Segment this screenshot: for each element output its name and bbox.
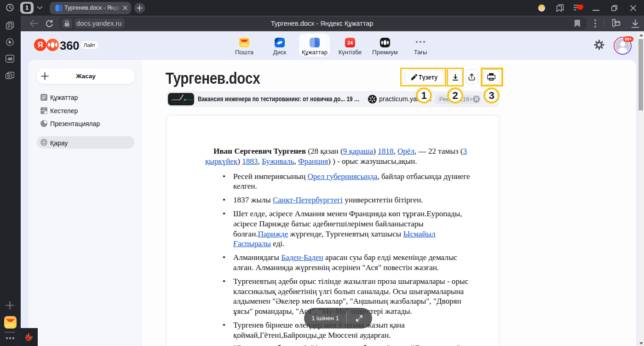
svg-text:Я: Я <box>475 97 478 102</box>
svg-text:24: 24 <box>347 40 353 46</box>
svg-text:48: 48 <box>7 56 12 61</box>
